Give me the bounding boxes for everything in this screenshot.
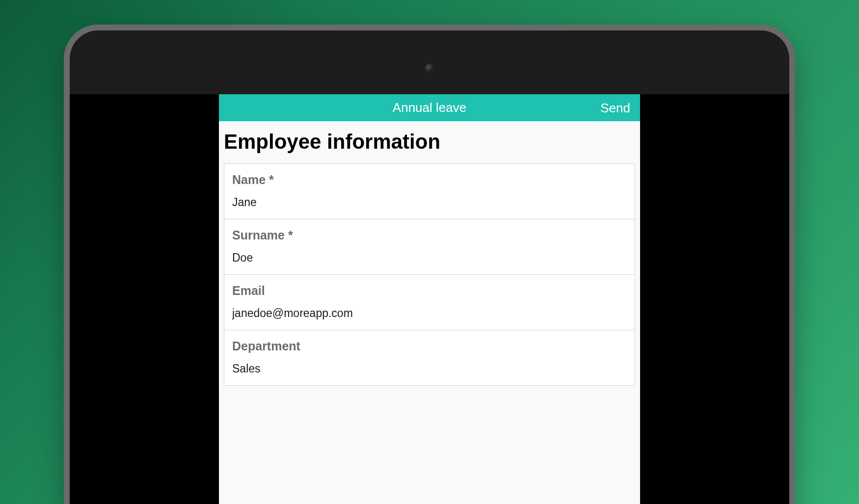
surname-label: Surname *	[232, 228, 627, 242]
surname-field-row: Surname *	[224, 219, 635, 275]
department-field-row: Department	[224, 330, 635, 385]
form-container: Name * Surname * Email	[219, 163, 640, 386]
email-input[interactable]	[232, 307, 627, 320]
department-label: Department	[232, 339, 627, 353]
department-input[interactable]	[232, 362, 627, 375]
app-viewport: Annual leave Send Employee information N…	[219, 94, 640, 504]
name-field-row: Name *	[224, 164, 635, 219]
send-button[interactable]: Send	[600, 100, 630, 115]
tablet-bezel: Annual leave Send Employee information N…	[70, 30, 789, 504]
app-header: Annual leave Send	[219, 94, 640, 121]
surname-input[interactable]	[232, 251, 627, 265]
name-label: Name *	[232, 173, 627, 187]
email-label: Email	[232, 284, 627, 298]
tablet-device-frame: Annual leave Send Employee information N…	[64, 25, 795, 504]
section-title: Employee information	[219, 121, 640, 163]
page-title: Annual leave	[393, 100, 466, 115]
email-field-row: Email	[224, 275, 635, 330]
name-input[interactable]	[232, 196, 627, 209]
employee-form-card: Name * Surname * Email	[224, 163, 635, 386]
camera-icon	[425, 64, 434, 73]
tablet-screen: Annual leave Send Employee information N…	[70, 94, 789, 504]
